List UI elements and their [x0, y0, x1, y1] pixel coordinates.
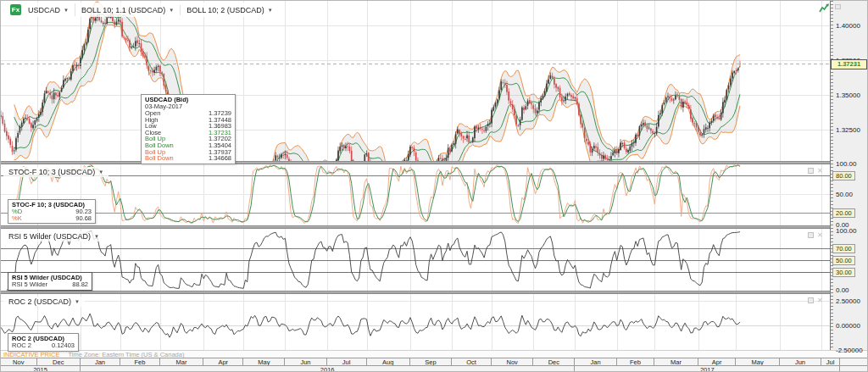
chevron-down-icon: ▼: [98, 169, 103, 175]
level-badge: 20.00: [832, 208, 855, 218]
stoc-panel-controls: ✕: [808, 168, 823, 174]
boll-inner-dropdown[interactable]: BOLL 10; 1.1 (USDCAD) ▼: [75, 5, 181, 15]
ohlc-tooltip: USDCAD (Bid) 03-May-2017 Open1.37239High…: [141, 94, 236, 164]
rsi-dropdown[interactable]: RSI 5 Wilder (USDCAD) ▼: [5, 232, 103, 241]
axis-tick-label: 2.50000: [836, 297, 860, 305]
level-badge: 80.00: [832, 171, 855, 180]
year-cell[interactable]: 2015: [1, 366, 81, 372]
panel-settings-icon[interactable]: [808, 168, 814, 174]
splitter-rsi-roc[interactable]: [1, 291, 830, 294]
axis-tick-label: 50.00: [836, 191, 853, 198]
current-price-badge: 1.37231: [831, 59, 867, 69]
rsi-panel-header: RSI 5 Wilder (USDCAD) ▼: [3, 231, 104, 242]
tooltip-row: ROC 20.12403: [12, 342, 75, 349]
rsi-panel-controls: ✕: [808, 232, 823, 238]
axis-tick-label: 0.00: [836, 286, 849, 294]
chevron-down-icon: ▼: [94, 234, 99, 239]
axis-tick-label: 1.32500: [836, 126, 860, 134]
chart-plot-area[interactable]: [1, 1, 830, 350]
year-cell[interactable]: 2017: [575, 366, 840, 372]
boll-inner-label: BOLL 10; 1.1 (USDCAD): [81, 6, 165, 14]
chart-window: Fx USDCAD ▼ BOLL 10; 1.1 (USDCAD) ▼ BOLL…: [0, 0, 868, 372]
time-axis-months[interactable]: NovDecJanFebMarAprMayJunJulAugSepOctNovD…: [1, 358, 868, 365]
axis-tick-label: 100.00: [836, 227, 856, 235]
axis-tick-label: 100.00: [836, 160, 856, 168]
chevron-down-icon: ▼: [268, 8, 273, 13]
boll-outer-label: BOLL 10; 2 (USDCAD): [186, 6, 264, 14]
status-bar: INDICATIVE PRICE Time Zone: Eastern Time…: [1, 350, 868, 358]
symbol-label: USDCAD: [28, 6, 60, 14]
level-badge: 50.00: [832, 256, 855, 265]
axis-tick-label: -2.50000: [836, 347, 863, 354]
panel-close-icon[interactable]: ✕: [817, 168, 823, 174]
panel-settings-icon[interactable]: [808, 297, 814, 303]
level-badge: 30.00: [832, 268, 855, 277]
panel-close-icon[interactable]: ✕: [817, 297, 823, 303]
chevron-down-icon: ▼: [64, 8, 69, 13]
roc-panel-header: ROC 2 (USDCAD) ▼: [3, 297, 85, 307]
stoc-tooltip: STOC-F 10; 3 (USDCAD) %D90.23%K90.68: [8, 199, 96, 224]
tooltip-row: Boll Down1.34668: [145, 155, 231, 162]
axis-tick-label: 0.00000: [836, 322, 860, 330]
tooltip-row: RSI 5 Wilder88.82: [12, 281, 88, 288]
symbol-dropdown[interactable]: Fx USDCAD ▼: [4, 3, 75, 16]
fx-logo-icon: Fx: [10, 4, 21, 15]
panel-close-icon[interactable]: ✕: [817, 232, 823, 238]
time-axis-years[interactable]: 201520162017: [1, 365, 868, 372]
tooltip-row: %K90.68: [12, 215, 92, 222]
trend-arrow-icon[interactable]: [819, 3, 830, 13]
axis-tick-label: 1.40000: [836, 22, 860, 30]
level-badge: 70.00: [832, 244, 855, 253]
splitter-stoc-rsi[interactable]: [1, 225, 830, 229]
stoc-dropdown[interactable]: STOC-F 10; 3 (USDCAD) ▼: [5, 168, 107, 176]
rsi-label: RSI 5 Wilder (USDCAD): [8, 232, 91, 241]
splitter-main-stoc[interactable]: [1, 161, 830, 164]
stoc-panel-header: STOC-F 10; 3 (USDCAD) ▼: [3, 167, 108, 177]
chart-options-icon[interactable]: [835, 4, 841, 9]
boll-outer-dropdown[interactable]: BOLL 10; 2 (USDCAD) ▼: [181, 5, 279, 15]
rsi-tooltip: RSI 5 Wilder (USDCAD) RSI 5 Wilder88.82: [8, 272, 92, 291]
roc-tooltip: ROC 2 (USDCAD) ROC 20.12403: [8, 333, 79, 352]
chevron-down-icon: ▼: [169, 8, 174, 13]
roc-label: ROC 2 (USDCAD): [8, 297, 71, 306]
panel-settings-icon[interactable]: [808, 232, 814, 238]
axis-tick-label: 1.35000: [836, 92, 860, 99]
roc-panel-controls: ✕: [808, 297, 823, 303]
main-chart-header: Fx USDCAD ▼ BOLL 10; 1.1 (USDCAD) ▼ BOLL…: [3, 3, 281, 17]
stoc-label: STOC-F 10; 3 (USDCAD): [8, 168, 95, 176]
year-cell[interactable]: 2016: [81, 366, 575, 372]
roc-dropdown[interactable]: ROC 2 (USDCAD) ▼: [5, 297, 83, 306]
chevron-down-icon: ▼: [75, 299, 80, 304]
